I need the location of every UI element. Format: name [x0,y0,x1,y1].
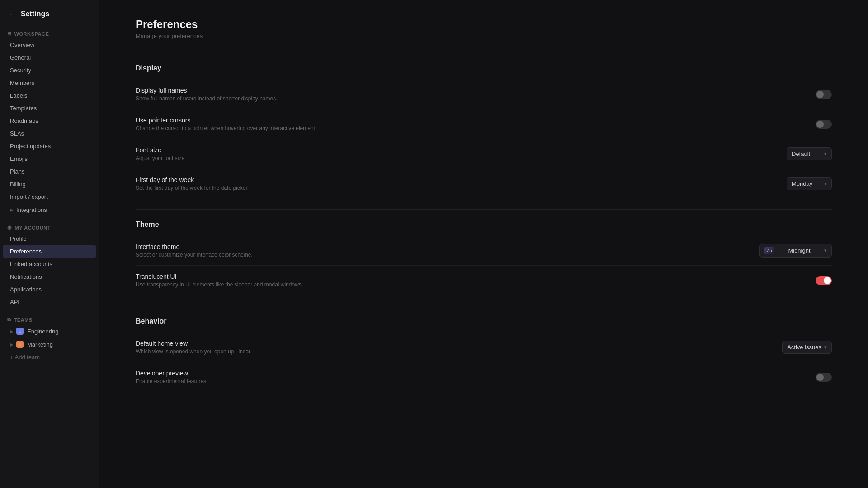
theme-section: Theme Interface themeSelect or customize… [136,221,832,295]
team-label-marketing: Marketing [27,341,53,348]
setting-desc-font-size: Adjust your font size. [136,155,787,161]
setting-label-first-day-of-week: First day of the week [136,176,787,183]
setting-info-interface-theme: Interface themeSelect or customize your … [136,243,760,258]
sidebar-item-api[interactable]: API [3,296,96,308]
display-section: Display Display full namesShow full name… [136,64,832,198]
chevron-icon: ▶ [10,342,14,347]
dropdown-default-home-view[interactable]: Active issues ▾ [782,341,832,354]
sidebar: ← Settings ⊞ Workspace OverviewGeneralSe… [0,0,99,488]
setting-info-use-pointer-cursors: Use pointer cursorsChange the cursor to … [136,117,816,131]
behavior-section-title: Behavior [136,317,832,325]
setting-info-font-size: Font sizeAdjust your font size. [136,146,787,161]
sidebar-item-plans[interactable]: Plans [3,165,96,178]
team-dot-engineering: E [16,328,24,335]
setting-row-default-home-view: Default home viewWhich view is opened wh… [136,333,832,362]
setting-desc-developer-preview: Enable experimental features. [136,378,816,385]
setting-info-developer-preview: Developer previewEnable experimental fea… [136,370,816,385]
sidebar-item-team-engineering[interactable]: ▶ E Engineering [3,325,96,338]
workspace-nav: OverviewGeneralSecurityMembersLabelsTemp… [0,38,99,203]
display-settings-list: Display full namesShow full names of use… [136,80,832,198]
team-label-engineering: Engineering [27,328,58,335]
page-header: Preferences Manage your preferences [136,18,832,39]
account-nav: ProfilePreferencesLinked accountsNotific… [0,232,99,309]
team-dot-marketing: M [16,341,24,348]
sidebar-item-emojis[interactable]: Emojis [3,153,96,165]
workspace-icon: ⊞ [7,31,12,37]
sidebar-item-project-updates[interactable]: Project updates [3,140,96,152]
teams-icon: ⧉ [7,317,11,323]
sidebar-header: ← Settings [0,5,99,26]
sidebar-item-applications[interactable]: Applications [3,283,96,296]
sidebar-item-profile[interactable]: Profile [3,233,96,245]
add-team-button[interactable]: + Add team [3,352,96,363]
setting-info-default-home-view: Default home viewWhich view is opened wh… [136,340,782,355]
dropdown-value-default-home-view: Active issues [787,344,821,351]
sidebar-item-overview[interactable]: Overview [3,39,96,51]
setting-row-display-full-names: Display full namesShow full names of use… [136,80,832,109]
setting-row-first-day-of-week: First day of the weekSet the first day o… [136,169,832,198]
dropdown-first-day-of-week[interactable]: Monday ▾ [787,177,832,190]
setting-row-interface-theme: Interface themeSelect or customize your … [136,236,832,266]
sidebar-item-import-export[interactable]: Import / export [3,191,96,203]
chevron-down-icon: ▾ [824,248,827,253]
chevron-down-icon: ▾ [824,344,827,350]
theme-section-title: Theme [136,221,832,229]
setting-label-translucent-ui: Translucent UI [136,273,816,280]
dropdown-value-font-size: Default [792,150,821,157]
sidebar-item-templates[interactable]: Templates [3,102,96,114]
sidebar-item-integrations[interactable]: ▶ Integrations [3,204,96,216]
dropdown-interface-theme[interactable]: Aa Midnight ▾ [760,244,832,258]
dropdown-value-interface-theme: Midnight [788,247,810,254]
setting-row-developer-preview: Developer previewEnable experimental fea… [136,362,832,392]
sidebar-item-slas[interactable]: SLAs [3,127,96,140]
sidebar-item-team-marketing[interactable]: ▶ M Marketing [3,338,96,351]
setting-info-display-full-names: Display full namesShow full names of use… [136,87,816,102]
setting-label-interface-theme: Interface theme [136,243,760,250]
theme-settings-list: Interface themeSelect or customize your … [136,236,832,295]
theme-icon: Aa [764,247,774,254]
dropdown-font-size[interactable]: Default ▾ [787,147,832,160]
behavior-section: Behavior Default home viewWhich view is … [136,317,832,392]
setting-label-font-size: Font size [136,146,787,154]
workspace-section: ⊞ Workspace [0,26,99,38]
setting-desc-translucent-ui: Use transparency in UI elements like the… [136,282,816,288]
display-divider [136,209,832,210]
chevron-icon: ▶ [10,329,14,334]
setting-label-default-home-view: Default home view [136,340,782,347]
setting-row-translucent-ui: Translucent UIUse transparency in UI ele… [136,266,832,295]
toggle-developer-preview[interactable] [816,373,832,382]
toggle-translucent-ui[interactable] [816,276,832,285]
sidebar-item-preferences[interactable]: Preferences [3,245,96,258]
teams-section: ⧉ Teams [0,312,99,324]
toggle-use-pointer-cursors[interactable] [816,120,832,129]
theme-divider [136,306,832,306]
sidebar-item-labels[interactable]: Labels [3,89,96,102]
sidebar-item-members[interactable]: Members [3,77,96,89]
setting-row-use-pointer-cursors: Use pointer cursorsChange the cursor to … [136,109,832,139]
back-button[interactable]: ← [7,9,17,19]
setting-desc-use-pointer-cursors: Change the cursor to a pointer when hove… [136,125,816,131]
sidebar-item-notifications[interactable]: Notifications [3,271,96,283]
setting-desc-first-day-of-week: Set the first day of the week for the da… [136,185,787,191]
setting-label-display-full-names: Display full names [136,87,816,94]
chevron-down-icon: ▾ [824,181,827,187]
setting-label-developer-preview: Developer preview [136,370,816,377]
sidebar-item-roadmaps[interactable]: Roadmaps [3,115,96,127]
toggle-display-full-names[interactable] [816,90,832,99]
sidebar-item-general[interactable]: General [3,52,96,64]
header-divider [136,53,832,53]
teams-nav: ▶ E Engineering▶ M Marketing [0,324,99,351]
my-account-section: ◉ My Account [0,220,99,232]
setting-desc-display-full-names: Show full names of users instead of shor… [136,95,816,102]
sidebar-item-linked-accounts[interactable]: Linked accounts [3,258,96,270]
account-icon: ◉ [7,225,12,230]
sidebar-item-billing[interactable]: Billing [3,178,96,190]
dropdown-value-first-day-of-week: Monday [792,180,821,187]
sidebar-title: Settings [21,10,49,18]
page-subtitle: Manage your preferences [136,33,832,39]
setting-info-first-day-of-week: First day of the weekSet the first day o… [136,176,787,191]
setting-desc-interface-theme: Select or customize your interface color… [136,252,760,258]
setting-info-translucent-ui: Translucent UIUse transparency in UI ele… [136,273,816,288]
sidebar-item-security[interactable]: Security [3,64,96,76]
setting-label-use-pointer-cursors: Use pointer cursors [136,117,816,124]
